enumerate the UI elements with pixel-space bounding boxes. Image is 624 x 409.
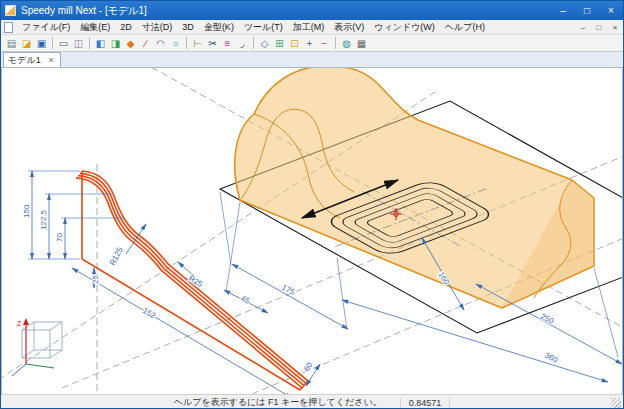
dim-122-label: 122.5 xyxy=(39,209,48,230)
tab-close-icon[interactable]: × xyxy=(47,55,56,65)
axis-triad: Z xyxy=(12,318,62,376)
dim-175-label: 175 xyxy=(280,283,296,297)
view-top-icon[interactable]: ⊞ xyxy=(272,36,287,50)
maximize-button[interactable]: □ xyxy=(575,1,599,20)
child-restore-button[interactable]: □ xyxy=(591,23,607,32)
dim-25-label: 25 xyxy=(91,275,100,284)
menu-bar: ファイル(F) 編集(E) 2D 寸法(D) 3D 金型(K) ツール(T) 加… xyxy=(1,20,623,35)
menu-mold[interactable]: 金型(K) xyxy=(199,20,239,35)
dim-70-label: 70 xyxy=(55,233,64,242)
menu-dimension[interactable]: 寸法(D) xyxy=(137,20,178,35)
menu-tools[interactable]: ツール(T) xyxy=(239,20,288,35)
select-icon[interactable]: ◆ xyxy=(123,36,138,50)
menu-view[interactable]: 表示(V) xyxy=(329,20,369,35)
dim-60-label: 60 xyxy=(302,360,315,373)
main-toolbar: ▤ ◪ ▣ ▭ ◫ ◧ ◨ ◆ ∕ ◠ ○ ⊢ ✂ ≡ ◞ ◇ ⊞ ⊡ + − … xyxy=(1,35,623,52)
menu-help[interactable]: ヘルプ(H) xyxy=(440,20,490,35)
title-bar: Speedy mill Next - [モデル1] – □ × xyxy=(1,1,623,20)
menu-machining[interactable]: 加工(M) xyxy=(288,20,330,35)
print-icon[interactable]: ▭ xyxy=(56,36,71,50)
minimize-button[interactable]: – xyxy=(551,1,575,20)
shade-toggle-icon[interactable]: ◍ xyxy=(339,36,354,50)
menu-window[interactable]: ウィンドウ(W) xyxy=(369,20,440,35)
settings-icon[interactable]: ▦ xyxy=(354,36,369,50)
menu-2d[interactable]: 2D xyxy=(115,21,137,33)
profile-dimension-labels: 150 122.5 70 25 R125 R25 152 60 xyxy=(22,204,315,373)
dim-r125-label: R125 xyxy=(108,245,125,267)
menu-3d[interactable]: 3D xyxy=(177,21,199,33)
circle-tool-icon[interactable]: ○ xyxy=(168,36,183,50)
x-axis-arrow xyxy=(26,364,54,368)
view-iso-icon[interactable]: ◇ xyxy=(257,36,272,50)
child-minimize-button[interactable]: – xyxy=(575,23,591,32)
dim-45-label: 45 xyxy=(239,294,252,306)
save-icon[interactable]: ▣ xyxy=(34,36,49,50)
dim-250-label: 250 xyxy=(539,312,555,326)
drawing-canvas[interactable]: 175 45 160 250 360 xyxy=(1,68,623,394)
menu-edit[interactable]: 編集(E) xyxy=(75,20,115,35)
z-axis-label: Z xyxy=(17,320,22,327)
redo-icon[interactable]: ◨ xyxy=(108,36,123,50)
status-help-text: ヘルプを表示するには F1 キーを押してください。 xyxy=(174,396,382,409)
zoom-in-icon[interactable]: + xyxy=(302,36,317,50)
undo-icon[interactable]: ◧ xyxy=(93,36,108,50)
document-tabs: モデル1 × xyxy=(1,52,623,68)
line-tool-icon[interactable]: ∕ xyxy=(138,36,153,50)
child-close-button[interactable]: × xyxy=(607,23,623,32)
tab-model1[interactable]: モデル1 × xyxy=(3,52,61,67)
dim-150-label: 150 xyxy=(22,204,31,218)
fillet-tool-icon[interactable]: ◞ xyxy=(235,36,250,50)
model-solid[interactable] xyxy=(235,68,594,308)
print-preview-icon[interactable]: ◫ xyxy=(71,36,86,50)
menu-file[interactable]: ファイル(F) xyxy=(17,20,75,35)
trim-tool-icon[interactable]: ✂ xyxy=(205,36,220,50)
document-icon xyxy=(4,22,13,33)
arc-tool-icon[interactable]: ◠ xyxy=(153,36,168,50)
open-icon[interactable]: ◪ xyxy=(19,36,34,50)
window-title: Speedy mill Next - [モデル1] xyxy=(21,4,551,18)
app-window: Speedy mill Next - [モデル1] – □ × ファイル(F) … xyxy=(0,0,624,409)
status-value: 0.84571 xyxy=(400,398,451,408)
dim-152-label: 152 xyxy=(141,306,158,321)
close-button[interactable]: × xyxy=(599,1,623,20)
resize-grip[interactable] xyxy=(611,398,621,408)
viewport-canvas[interactable]: 175 45 160 250 360 xyxy=(2,68,623,394)
zoom-out-icon[interactable]: − xyxy=(317,36,332,50)
dimension-tool-icon[interactable]: ⊢ xyxy=(190,36,205,50)
status-bar: ヘルプを表示するには F1 キーを押してください。 0.84571 xyxy=(1,394,623,409)
tab-model1-label: モデル1 xyxy=(8,54,41,67)
new-icon[interactable]: ▤ xyxy=(4,36,19,50)
zoom-fit-icon[interactable]: ⊡ xyxy=(287,36,302,50)
offset-tool-icon[interactable]: ≡ xyxy=(220,36,235,50)
app-icon xyxy=(5,5,16,16)
